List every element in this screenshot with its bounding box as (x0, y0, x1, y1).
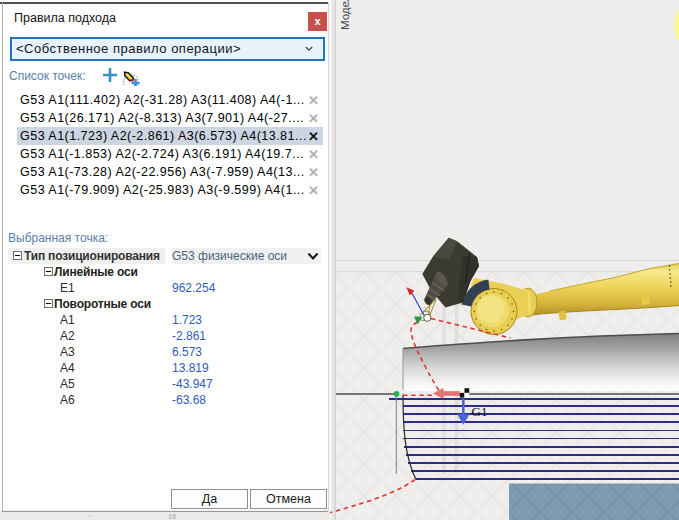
svg-text:Модель: Модель (339, 0, 351, 30)
svg-text:G1: G1 (472, 404, 488, 419)
